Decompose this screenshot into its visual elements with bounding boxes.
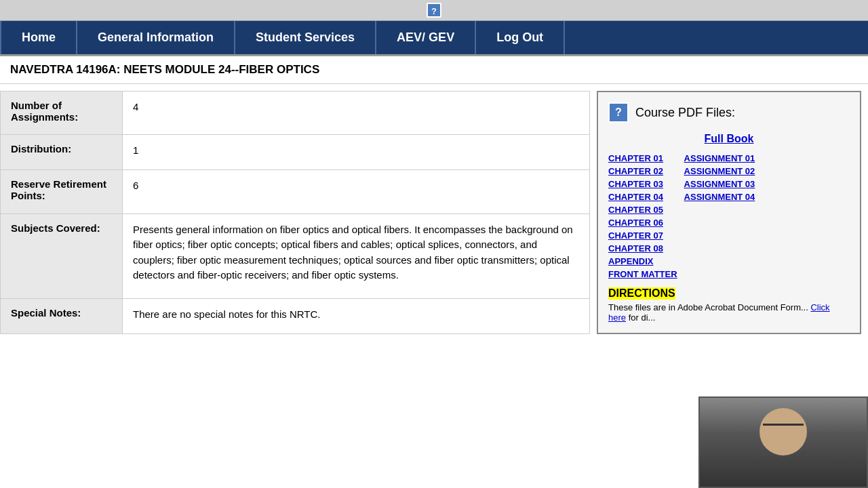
chapter-08-link[interactable]: CHAPTER 08: [608, 243, 677, 253]
table-row: Special Notes: There are no special note…: [1, 299, 590, 334]
directions-title: DIRECTIONS: [608, 287, 675, 300]
chapter-03-link[interactable]: CHAPTER 03: [608, 179, 677, 189]
chapter-07-link[interactable]: CHAPTER 07: [608, 230, 677, 241]
full-book-link[interactable]: Full Book: [608, 133, 850, 145]
table-row: Distribution: 1: [1, 135, 590, 170]
label-assignments: Number of Assignments:: [1, 92, 123, 135]
panel-title: Course PDF Files:: [635, 106, 735, 120]
assignments-column: ASSIGNMENT 01 ASSIGNMENT 02 ASSIGNMENT 0…: [684, 153, 755, 279]
assignment-02-link[interactable]: ASSIGNMENT 02: [684, 166, 755, 176]
assignment-03-link[interactable]: ASSIGNMENT 03: [684, 179, 755, 189]
value-reserve: 6: [123, 170, 590, 214]
label-reserve: Reserve Retirement Points:: [1, 170, 123, 214]
info-table: Number of Assignments: 4 Distribution: 1…: [0, 91, 590, 334]
assignment-01-link[interactable]: ASSIGNMENT 01: [684, 153, 755, 163]
value-subjects: Presents general information on fiber op…: [123, 214, 590, 299]
value-special-notes: There are no special notes for this NRTC…: [123, 299, 590, 334]
main-content: Number of Assignments: 4 Distribution: 1…: [0, 84, 868, 341]
label-subjects: Subjects Covered:: [1, 214, 123, 299]
front-matter-link[interactable]: FRONT MATTER: [608, 269, 677, 279]
directions-section: DIRECTIONS These files are in Adobe Acro…: [608, 287, 850, 323]
nav-log-out[interactable]: Log Out: [476, 21, 565, 54]
table-row: Subjects Covered: Presents general infor…: [1, 214, 590, 299]
pdf-links-container: CHAPTER 01 CHAPTER 02 CHAPTER 03 CHAPTER…: [608, 153, 850, 279]
directions-body: These files are in Adobe Acrobat Documen…: [608, 302, 808, 312]
right-panel: ? Course PDF Files: Full Book CHAPTER 01…: [597, 91, 861, 334]
label-special-notes: Special Notes:: [1, 299, 123, 334]
chapter-01-link[interactable]: CHAPTER 01: [608, 153, 677, 163]
value-distribution: 1: [123, 135, 590, 170]
chapter-05-link[interactable]: CHAPTER 05: [608, 205, 677, 215]
panel-help-icon: ?: [608, 102, 629, 123]
label-distribution: Distribution:: [1, 135, 123, 170]
chapter-04-link[interactable]: CHAPTER 04: [608, 192, 677, 202]
nav-aev-gev[interactable]: AEV/ GEV: [376, 21, 476, 54]
top-bar: ?: [0, 0, 868, 21]
appendix-link[interactable]: APPENDIX: [608, 256, 677, 266]
value-assignments: 4: [123, 92, 590, 135]
chapter-02-link[interactable]: CHAPTER 02: [608, 166, 677, 176]
panel-header: ? Course PDF Files:: [608, 102, 850, 123]
nav-student-services[interactable]: Student Services: [235, 21, 376, 54]
chapters-column: CHAPTER 01 CHAPTER 02 CHAPTER 03 CHAPTER…: [608, 153, 677, 279]
chapter-06-link[interactable]: CHAPTER 06: [608, 218, 677, 228]
click-here-suffix: for di...: [629, 312, 656, 323]
page-title: NAVEDTRA 14196A: NEETS MODULE 24--FIBER …: [0, 56, 868, 84]
help-icon[interactable]: ?: [427, 3, 441, 18]
nav-general-information[interactable]: General Information: [77, 21, 235, 54]
main-nav: Home General Information Student Service…: [0, 21, 868, 56]
table-row: Number of Assignments: 4: [1, 92, 590, 135]
directions-text: These files are in Adobe Acrobat Documen…: [608, 302, 850, 323]
table-row: Reserve Retirement Points: 6: [1, 170, 590, 214]
assignment-04-link[interactable]: ASSIGNMENT 04: [684, 192, 755, 202]
nav-home[interactable]: Home: [0, 21, 77, 54]
